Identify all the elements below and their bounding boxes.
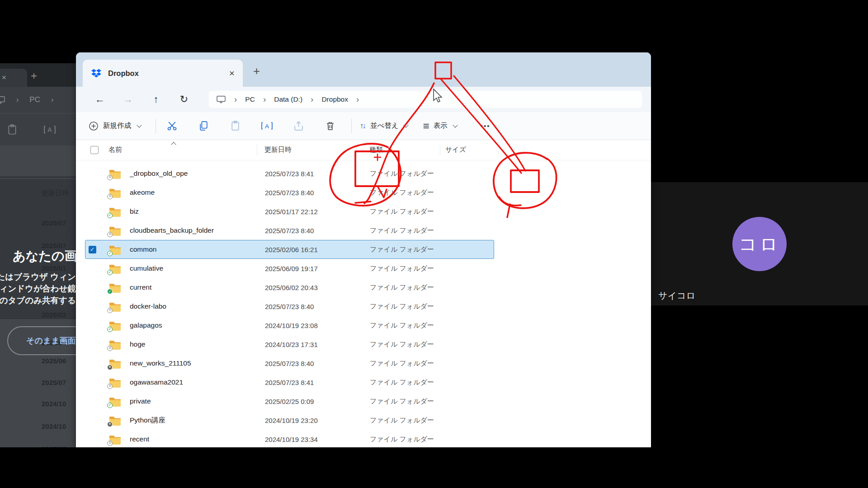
file-name[interactable]: biz [124,207,265,216]
file-name[interactable]: private [124,397,265,405]
file-row[interactable]: ✓ biz 2025/01/17 22:12 ファイル フォルダー [85,202,494,221]
file-name[interactable]: new_works_211105 [124,359,265,367]
file-name[interactable]: common [124,245,265,253]
file-name[interactable]: akeome [124,188,265,197]
file-row[interactable]: ✓ Python講座 2024/10/19 23:20 ファイル フォルダー [85,411,494,430]
file-row[interactable]: ✓ hoge 2024/10/23 17:31 ファイル フォルダー [85,335,494,354]
column-modified[interactable]: 更新日時 [264,145,292,154]
column-divider[interactable] [440,145,440,155]
background-breadcrumb-pc: PC [29,95,40,104]
tab-dropbox[interactable]: Dropbox × [83,60,243,87]
participant-video-tile: コロ サイコロ [651,182,868,305]
file-row[interactable]: ✓ akeome 2025/07/23 8:40 ファイル フォルダー [85,183,494,202]
file-row[interactable]: ✓ ogawasama2021 2025/07/23 8:41 ファイル フォル… [85,373,494,392]
folder-icon-cell [99,263,124,274]
background-date: 2025/07 [42,219,75,227]
crumb-sep-icon: › [16,96,19,104]
tab-close-icon[interactable]: × [229,68,235,79]
column-divider[interactable] [356,145,357,155]
folder-icon [109,377,121,388]
screen: × + › PC › A 更新日時 2025/072025/072025/012… [0,0,868,488]
background-date: 2024/10 [42,400,75,408]
file-row[interactable]: ✓ _dropbox_old_ope 2025/07/23 8:41 ファイル … [85,164,494,183]
file-row[interactable]: ✓ cumulative 2025/06/09 19:17 ファイル フォルダー [85,259,494,278]
row-checkbox-checked-icon[interactable]: ✓ [89,246,96,253]
folder-icon-cell [99,339,124,350]
breadcrumb-item-pc[interactable]: PC [245,95,255,103]
file-name[interactable]: galapagos [124,321,265,329]
view-button[interactable]: ≡ 表示 [423,121,457,131]
file-name[interactable]: _dropbox_old_ope [124,169,265,178]
row-checkbox-cell[interactable]: ✓ [85,436,99,443]
share-screen-button[interactable]: そのまま画面 [7,326,76,355]
file-row[interactable]: ✓ recent 2024/10/19 23:34 ファイル フォルダー [85,430,494,447]
back-button[interactable]: ← [86,94,114,105]
background-date: 2024/10 [42,422,75,430]
new-item-button[interactable]: 新規作成 [89,121,156,131]
row-checkbox-cell[interactable]: ✓ [85,208,99,216]
background-browser-window: × + › PC › A 更新日時 2025/072025/072025/012… [0,63,76,447]
folder-status-badge [107,441,113,446]
column-name[interactable]: 名前 [108,145,122,154]
row-checkbox-cell[interactable]: ✓ [85,417,99,424]
avatar: コロ [732,217,787,271]
file-name[interactable]: docker-labo [124,302,265,310]
delete-button[interactable] [314,120,346,131]
row-checkbox-cell[interactable]: ✓ [85,360,99,367]
crumb-sep-icon: › [51,96,53,104]
breadcrumb[interactable]: ›PC›Data (D:)›Dropbox› [209,91,642,108]
file-name[interactable]: Python講座 [124,416,265,425]
file-row[interactable]: ✓ new_works_211105 2025/07/23 8:40 ファイル … [85,354,494,373]
row-checkbox-cell[interactable]: ✓ [85,322,99,329]
file-name[interactable]: hoge [124,340,265,348]
paste-button[interactable] [219,120,251,131]
row-checkbox-cell[interactable]: ✓ [85,303,99,310]
folder-icon-cell [99,169,124,179]
row-checkbox-cell[interactable]: ✓ [85,379,99,386]
select-all-checkbox[interactable] [90,146,99,154]
share-button[interactable] [283,120,314,131]
file-name[interactable]: current [124,283,265,291]
row-checkbox-cell[interactable]: ✓ [85,189,99,197]
file-row[interactable]: ✓ common 2025/02/06 16:21 ファイル フォルダー [85,240,494,259]
file-row[interactable]: ✓ galapagos 2024/10/19 23:08 ファイル フォルダー [85,316,494,335]
file-name[interactable]: recent [124,435,265,443]
column-divider[interactable] [498,145,499,155]
row-checkbox-cell[interactable]: ✓ [85,227,99,235]
file-name[interactable]: cloudbearts_backup_folder [124,226,265,235]
column-divider[interactable] [257,145,257,155]
row-checkbox-cell[interactable]: ✓ [85,170,99,178]
breadcrumb-item-dropbox[interactable]: Dropbox [321,95,348,103]
breadcrumb-item-data-d-[interactable]: Data (D:) [274,95,302,103]
file-row[interactable]: ✓ docker-labo 2025/07/23 8:40 ファイル フォルダー [85,297,494,316]
file-name[interactable]: cumulative [124,264,265,272]
folder-icon [109,301,121,312]
up-button[interactable]: ↑ [142,94,170,105]
row-checkbox-cell[interactable]: ✓ [85,341,99,348]
see-more-button[interactable]: ••• [481,122,491,130]
file-row[interactable]: ✓ private 2025/02/25 0:09 ファイル フォルダー [85,392,494,411]
file-row[interactable]: ✓ current 2025/06/02 20:43 ファイル フォルダー [85,278,494,297]
rename-button[interactable]: A [251,120,283,131]
refresh-button[interactable]: ↻ [170,94,198,105]
cut-button[interactable] [156,120,188,131]
row-checkbox-cell[interactable]: ✓ [85,246,99,253]
row-checkbox-cell[interactable]: ✓ [85,284,99,291]
copy-button[interactable] [188,120,219,131]
file-modified-date: 2024/10/23 17:31 [265,341,370,348]
row-checkbox-cell[interactable]: ✓ [85,265,99,272]
column-type[interactable]: 種類 [369,145,383,154]
new-item-label: 新規作成 [103,121,131,131]
forward-button[interactable]: → [114,94,142,105]
folder-icon [109,358,121,369]
column-size[interactable]: サイズ [445,145,466,154]
row-checkbox-cell[interactable]: ✓ [85,398,99,405]
file-row[interactable]: ✓ cloudbearts_backup_folder 2025/07/23 8… [85,221,494,240]
chevron-down-icon [453,122,458,127]
new-tab-button[interactable]: + [253,64,260,78]
folder-status-badge [107,365,113,370]
view-lines-icon: ≡ [423,122,429,131]
folder-icon-cell [99,206,124,217]
sort-button[interactable]: ↑↓ 並べ替え [360,121,408,131]
file-name[interactable]: ogawasama2021 [124,378,265,386]
